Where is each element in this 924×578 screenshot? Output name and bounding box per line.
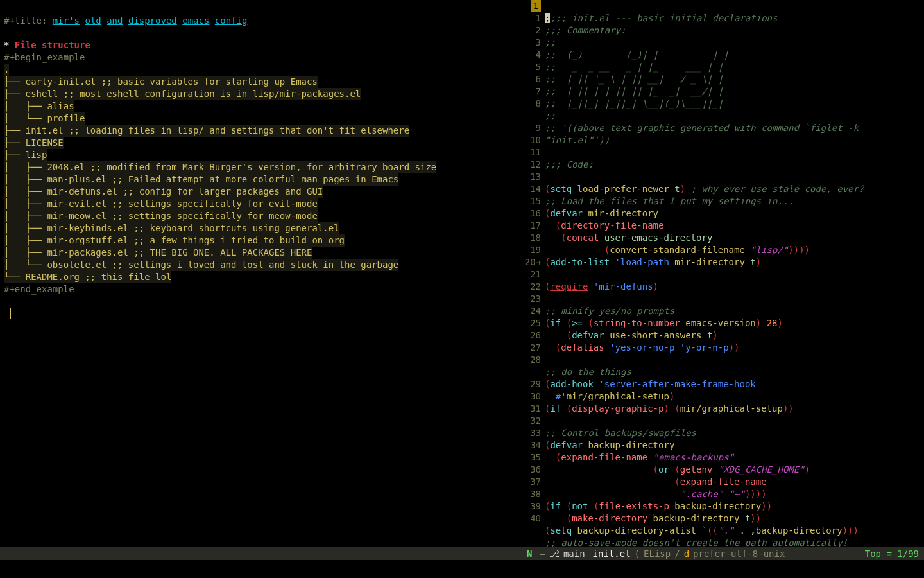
tree-line: │ ├── 2048.el ;; modified from Mark Burg… <box>4 161 436 173</box>
tree-line: ├── LICENSE <box>4 137 64 149</box>
modeline-inactive <box>0 547 523 560</box>
comment: ;;; Commentary: <box>545 25 626 35</box>
tree-line: │ ├── mir-packages.el ;; THE BIG ONE. AL… <box>4 247 312 259</box>
comment: ;; Load the files that I put my settings… <box>545 196 794 206</box>
tree-line: │ ├── mir-defuns.el ;; config for larger… <box>4 186 323 198</box>
ascii-art: ;; (_) (_)| | | | <box>545 49 729 60</box>
tree-line: └── README.org ;; this file lol <box>4 271 171 283</box>
title-word: disproved <box>128 15 177 26</box>
org-keyword: #+title: <box>4 15 53 26</box>
tree-line: . <box>4 64 9 76</box>
tree-line: │ └── profile <box>4 112 85 125</box>
title-word: mir's <box>53 15 80 26</box>
modeline: N — ⎇ main init.el ⟨ ELisp/d prefer-utf-… <box>0 547 924 560</box>
comment: ;; '((above text graphic generated with … <box>545 123 864 133</box>
comment: ;;; init.el --- basic initial declaratio… <box>550 13 777 23</box>
org-buffer[interactable]: #+title: mir's old and disproved emacs c… <box>0 0 523 547</box>
tree-line: │ ├── mir-evil.el ;; settings specifical… <box>4 198 318 210</box>
comment: ;; <box>545 37 556 48</box>
elisp-buffer[interactable]: 112345678 91011121314151617181920→212223… <box>523 0 924 547</box>
branch-icon: ⎇ <box>549 547 560 560</box>
tree-line: │ ├── man-plus.el ;; Failed attempt at m… <box>4 173 398 186</box>
tree-line: │ ├── mir-orgstuff.el ;; a few things i … <box>4 234 345 247</box>
tree-line: │ ├── alias <box>4 100 74 112</box>
heading: File structure <box>15 40 90 50</box>
tree-line: ├── lisp <box>4 149 47 161</box>
evil-state: N <box>523 547 536 560</box>
code-comment: ;;; Code: <box>545 159 594 170</box>
comment: ;; Control backups/swapfiles <box>545 428 696 438</box>
position: Top ≡ 1/99 <box>865 547 924 560</box>
comment: ;; minify yes/no prompts <box>545 306 674 316</box>
title-word: old <box>85 15 101 26</box>
comment: ;; do the things <box>545 367 631 377</box>
tree-line: │ ├── mir-meow.el ;; settings specifical… <box>4 210 318 222</box>
major-mode: ELisp <box>644 547 671 560</box>
minor-mode: d <box>684 547 689 560</box>
tree-line: ├── init.el ;; loading files in lisp/ an… <box>4 125 409 137</box>
tree-line: ├── early-init.el ;; basic variables for… <box>4 76 318 88</box>
modeline-active: N — ⎇ main init.el ⟨ ELisp/d prefer-utf-… <box>523 547 924 560</box>
title-word: config <box>215 15 248 26</box>
ascii-art: ;; _ _ __ _ | |_ ___ | | <box>545 62 723 72</box>
ascii-art: ;; |_||_| |_||_| \__|(_)\___||_| <box>545 98 723 109</box>
buffer-name: init.el <box>593 547 631 560</box>
ascii-art: ;; | || | | || || |_ _| __/| | <box>545 86 723 96</box>
ascii-art: ;; | || '_ \ | || __| / _ \| | <box>545 74 723 84</box>
title-word: and <box>107 15 123 26</box>
echo-area[interactable] <box>0 560 924 573</box>
tree-line: │ ├── mir-keybinds.el ;; keyboard shortc… <box>4 222 339 234</box>
tree-line: ├── eshell ;; most eshell configuration … <box>4 88 361 100</box>
end-example: #+end_example <box>4 284 74 294</box>
git-branch: main <box>563 547 585 560</box>
comment: ;; auto-save-mode doesn't create the pat… <box>545 538 848 547</box>
line-number-gutter: 112345678 91011121314151617181920→212223… <box>523 0 545 547</box>
title-word: emacs <box>182 15 209 26</box>
encoding: prefer-utf-8-unix <box>693 547 785 560</box>
code-area[interactable]: ;;;; init.el --- basic initial declarati… <box>545 0 924 547</box>
tree-line: │ └── obsolete.el ;; settings i loved an… <box>4 259 398 271</box>
cursor-icon <box>4 308 11 319</box>
heading-star: * <box>4 40 15 50</box>
comment: ;; <box>545 110 556 121</box>
begin-example: #+begin_example <box>4 52 85 62</box>
